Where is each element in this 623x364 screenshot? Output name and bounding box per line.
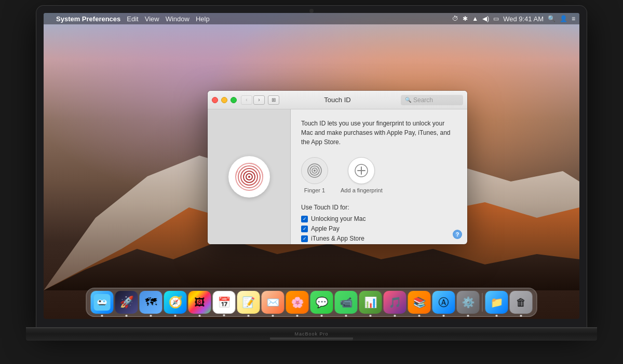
facetime-icon: 📹 (340, 296, 353, 309)
finger1-label: Finger 1 (304, 187, 325, 193)
checkbox-applepay-box[interactable]: ✓ (301, 226, 308, 232)
photos-icon: 🌸 (291, 296, 304, 309)
minimize-button[interactable] (221, 97, 227, 103)
fingerprints-row: Finger 1 (301, 157, 457, 193)
menubar-help[interactable]: Help (196, 15, 210, 23)
macbook: System Preferences Edit View Window Help… (26, 6, 597, 358)
add-fingerprint-button[interactable] (348, 157, 375, 184)
dock-icon-photos2[interactable]: 🖼 (188, 291, 211, 314)
finger1-svg (306, 162, 323, 179)
dock-icon-calendar[interactable]: 📅 (213, 291, 236, 314)
checkbox-applepay[interactable]: ✓ Apple Pay (301, 225, 457, 232)
add-fingerprint-label: Add a fingerprint (341, 187, 383, 193)
dock-icon-syspref[interactable]: ⚙️ (457, 291, 480, 314)
checkbox-applepay-label: Apple Pay (311, 225, 340, 232)
ibooks-icon: 📚 (413, 296, 426, 309)
finger1-icon[interactable] (301, 157, 328, 184)
syspref-icon: ⚙️ (462, 296, 475, 309)
fingerprint-large-icon (234, 161, 265, 192)
maximize-button[interactable] (231, 97, 237, 103)
spotlight-icon[interactable]: 🔍 (548, 15, 556, 22)
finder-icon (94, 294, 111, 311)
dock-icon-safari[interactable]: 🧭 (164, 291, 187, 314)
svg-point-19 (99, 300, 101, 302)
photos2-icon: 🖼 (195, 297, 205, 309)
music-icon: 🎵 (388, 296, 401, 309)
hinge (270, 338, 353, 341)
window-nav: ‹ › ⊞ (241, 95, 279, 105)
menubar: System Preferences Edit View Window Help… (44, 13, 579, 24)
dock-icon-messages[interactable]: 💬 (310, 291, 333, 314)
wallpaper: System Preferences Edit View Window Help… (44, 13, 579, 319)
user-icon[interactable]: 👤 (560, 15, 567, 22)
menubar-window[interactable]: Window (166, 15, 189, 23)
dock: 🚀 🗺 🧭 🖼 📅 📝 (86, 288, 537, 317)
checkbox-itunes[interactable]: ✓ iTunes & App Store (301, 235, 457, 242)
wifi-icon[interactable]: ▲ (472, 15, 478, 22)
forward-button[interactable]: › (253, 95, 265, 105)
add-fingerprint-item: Add a fingerprint (341, 157, 383, 193)
dock-icon-launchpad[interactable]: 🚀 (115, 291, 138, 314)
dock-icon-numbers[interactable]: 📊 (359, 291, 382, 314)
menubar-left: System Preferences Edit View Window Help (48, 15, 210, 23)
panel-description: Touch ID lets you use your fingerprint t… (301, 119, 457, 147)
time-machine-icon: ⏱ (452, 15, 458, 22)
macbook-base: MacBook Pro (26, 327, 597, 341)
dock-icon-appstore[interactable]: Ⓐ (432, 291, 455, 314)
numbers-icon: 📊 (364, 296, 377, 309)
svg-point-12 (314, 170, 316, 172)
dock-icon-finder[interactable] (91, 291, 114, 314)
bluetooth-icon[interactable]: ✱ (463, 15, 468, 22)
window-titlebar: ‹ › ⊞ Touch ID 🔍 Search (208, 91, 467, 109)
checkbox-itunes-label: iTunes & App Store (311, 235, 364, 242)
right-panel: Touch ID lets you use your fingerprint t… (291, 109, 467, 244)
volume-icon[interactable]: ◀) (482, 15, 489, 22)
search-box[interactable]: 🔍 Search (401, 95, 463, 105)
use-touch-id-label: Use Touch ID for: (301, 204, 457, 211)
window-content: Touch ID lets you use your fingerprint t… (208, 109, 467, 244)
macbook-model-label: MacBook Pro (294, 331, 328, 337)
checkbox-unlock-box[interactable]: ✓ (301, 216, 308, 222)
menubar-app-name[interactable]: System Preferences (56, 15, 120, 23)
dock-icon-mail[interactable]: ✉️ (262, 291, 285, 314)
calendar-icon: 📅 (218, 296, 231, 309)
checkmark-applepay-icon: ✓ (303, 226, 307, 231)
notes-icon: 📝 (242, 296, 255, 309)
menubar-view[interactable]: View (145, 15, 159, 23)
touch-id-window: ‹ › ⊞ Touch ID 🔍 Search (208, 91, 467, 244)
close-button[interactable] (212, 97, 218, 103)
checkbox-unlock[interactable]: ✓ Unlocking your Mac (301, 215, 457, 222)
dock-icon-trash[interactable]: 🗑 (510, 291, 533, 314)
checkbox-itunes-box[interactable]: ✓ (301, 235, 308, 242)
notification-icon[interactable]: ≡ (572, 15, 575, 22)
plus-icon (354, 163, 369, 178)
search-icon: 🔍 (405, 97, 411, 103)
menubar-edit[interactable]: Edit (127, 15, 138, 23)
safari-icon: 🧭 (168, 296, 182, 309)
dock-icon-photos[interactable]: 🌸 (286, 291, 309, 314)
clock: Wed 9:41 AM (503, 15, 544, 23)
dock-icon-ibooks[interactable]: 📚 (408, 291, 431, 314)
fingerprint-large (228, 156, 270, 198)
help-button[interactable]: ? (453, 230, 462, 239)
search-placeholder: Search (413, 96, 433, 104)
dock-icon-maps[interactable]: 🗺 (140, 291, 162, 314)
checkmark-itunes-icon: ✓ (303, 236, 307, 241)
back-button[interactable]: ‹ (241, 95, 252, 105)
left-panel (208, 109, 291, 244)
svg-point-20 (103, 300, 105, 302)
dock-icon-notes[interactable]: 📝 (237, 291, 260, 314)
dock-icon-music[interactable]: 🎵 (384, 291, 407, 314)
menubar-right: ⏱ ✱ ▲ ◀) ▭ Wed 9:41 AM 🔍 👤 ≡ (452, 15, 575, 23)
checkmark-icon: ✓ (303, 216, 307, 221)
dock-separator (482, 293, 483, 312)
finger1-item: Finger 1 (301, 157, 328, 193)
dock-icon-finder2[interactable]: 📁 (485, 291, 508, 314)
dock-icon-facetime[interactable]: 📹 (335, 291, 358, 314)
appstore-icon: Ⓐ (439, 296, 449, 310)
mail-icon: ✉️ (266, 296, 279, 309)
messages-icon: 💬 (315, 296, 328, 309)
finder2-icon: 📁 (490, 296, 503, 309)
camera (309, 9, 314, 13)
grid-button[interactable]: ⊞ (268, 95, 279, 105)
